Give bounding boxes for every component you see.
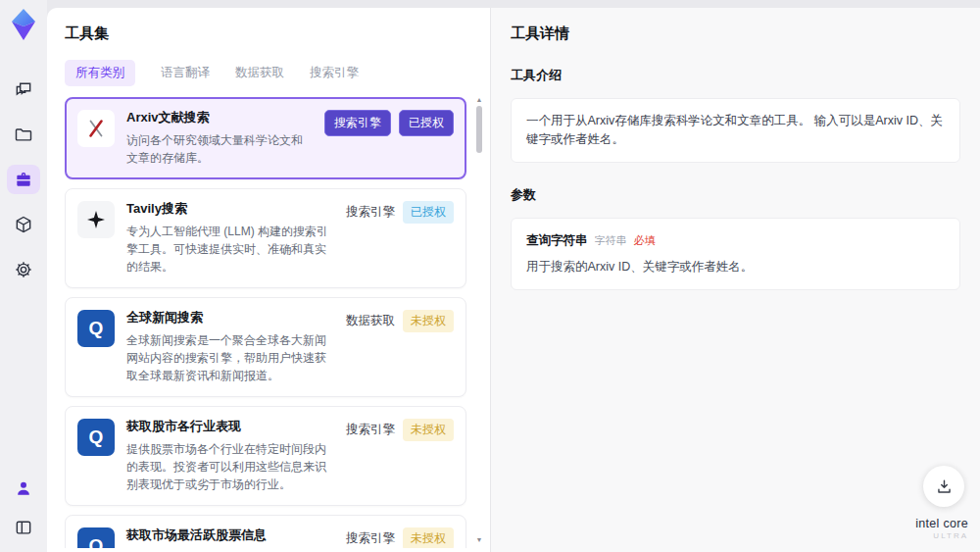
tool-description: 提供股票市场各个行业在特定时间段内的表现。投资者可以利用这些信息来识别表现优于或…	[126, 440, 330, 493]
status-badge: 未授权	[403, 527, 454, 548]
intel-core-logo: intel core ultra	[915, 517, 968, 540]
arxiv-logo-icon	[77, 110, 115, 147]
tool-title: Tavily搜索	[126, 201, 330, 218]
stock-logo-glyph: Q	[89, 427, 104, 446]
scroll-down-icon[interactable]: ▼	[475, 536, 483, 544]
intro-heading: 工具介绍	[511, 67, 960, 84]
sidebar-item-tools[interactable]	[7, 165, 40, 194]
sidebar-item-models[interactable]	[7, 210, 40, 239]
tool-description: 专为人工智能代理 (LLM) 构建的搜索引擎工具。可快速提供实时、准确和真实的结…	[126, 223, 330, 276]
stock-logo-icon: Q	[77, 527, 115, 548]
tool-card-most-active-stocks[interactable]: Q 获取市场最活跃股票信息 提供当天交易量最高的股票列表。投资者可以利用这些信息…	[65, 515, 466, 548]
category-tag: 搜索引擎	[346, 422, 395, 438]
scrollbar-thumb[interactable]	[476, 106, 482, 153]
param-name: 查询字符串	[526, 231, 588, 250]
tab-data-acquisition[interactable]: 数据获取	[235, 65, 284, 81]
download-button[interactable]	[923, 466, 964, 507]
status-badge: 已授权	[403, 201, 454, 224]
param-box: 查询字符串 字符串 必填 用于搜索的Arxiv ID、关键字或作者姓名。	[511, 218, 960, 291]
download-icon	[935, 477, 954, 496]
params-heading: 参数	[511, 186, 960, 204]
tool-card-global-news[interactable]: Q 全球新闻搜索 全球新闻搜索是一个聚合全球各大新闻网站内容的搜索引擎，帮助用户…	[65, 297, 466, 397]
scroll-up-icon[interactable]: ▲	[475, 96, 483, 104]
param-description: 用于搜索的Arxiv ID、关键字或作者姓名。	[526, 258, 945, 276]
tool-title: 全球新闻搜索	[126, 310, 330, 326]
detail-title: 工具详情	[511, 25, 960, 43]
category-tag: 搜索引擎	[346, 530, 395, 547]
tool-card-arxiv[interactable]: Arxiv文献搜索 访问各个研究领域大量科学论文和文章的存储库。 搜索引擎 已授…	[65, 97, 466, 179]
news-logo-glyph: Q	[89, 319, 104, 337]
tavily-logo-icon	[77, 201, 115, 238]
category-tag[interactable]: 搜索引擎	[324, 110, 391, 136]
tab-all-categories[interactable]: 所有类别	[65, 60, 135, 86]
tool-title: 获取股市各行业表现	[126, 419, 330, 435]
status-badge: 未授权	[403, 310, 454, 332]
param-type: 字符串	[595, 232, 627, 249]
sidebar-item-collapse[interactable]	[7, 513, 40, 542]
cube-icon	[14, 215, 33, 234]
category-tabs: 所有类别 语言翻译 数据获取 搜索引擎	[65, 60, 490, 85]
tool-title: Arxiv文献搜索	[126, 110, 309, 126]
stock-logo-glyph: Q	[89, 536, 104, 548]
category-tag: 搜索引擎	[346, 204, 395, 221]
stock-logo-icon: Q	[77, 419, 115, 456]
tool-title: 获取市场最活跃股票信息	[126, 527, 330, 544]
tab-language-translation[interactable]: 语言翻译	[161, 65, 210, 81]
page-title: 工具集	[65, 25, 490, 43]
sidebar-item-settings[interactable]	[7, 255, 40, 284]
tool-list-panel: 工具集 所有类别 语言翻译 数据获取 搜索引擎 Arxiv文献搜索 访问各个研究…	[47, 8, 490, 552]
tool-description: 访问各个研究领域大量科学论文和文章的存储库。	[126, 131, 309, 167]
tab-search-engine[interactable]: 搜索引擎	[310, 65, 359, 81]
list-scrollbar[interactable]: ▲ ▼	[475, 96, 483, 544]
intel-core-text: intel core	[915, 517, 968, 530]
intel-ultra-text: ultra	[915, 531, 968, 540]
tool-card-list: Arxiv文献搜索 访问各个研究领域大量科学论文和文章的存储库。 搜索引擎 已授…	[65, 97, 490, 548]
folder-icon	[14, 125, 33, 144]
chat-icon	[14, 79, 33, 99]
tool-description: 全球新闻搜索是一个聚合全球各大新闻网站内容的搜索引擎，帮助用户快速获取全球最新资…	[126, 331, 330, 384]
param-required-badge: 必填	[634, 232, 656, 249]
news-logo-icon: Q	[77, 310, 115, 347]
status-badge[interactable]: 已授权	[399, 110, 454, 136]
sidebar-item-files[interactable]	[7, 120, 40, 149]
content-shell: 工具集 所有类别 语言翻译 数据获取 搜索引擎 Arxiv文献搜索 访问各个研究…	[47, 8, 980, 552]
user-icon	[14, 478, 33, 498]
sidebar-item-chat[interactable]	[7, 75, 40, 104]
panel-layout-icon	[14, 518, 33, 537]
tool-detail-panel: 工具详情 工具介绍 一个用于从Arxiv存储库搜索科学论文和文章的工具。 输入可…	[490, 8, 980, 552]
app-logo-icon	[9, 8, 38, 41]
category-tag: 数据获取	[346, 313, 395, 329]
sidebar-item-account[interactable]	[7, 474, 40, 503]
tool-card-tavily[interactable]: Tavily搜索 专为人工智能代理 (LLM) 构建的搜索引擎工具。可快速提供实…	[65, 188, 466, 288]
tool-card-sector-performance[interactable]: Q 获取股市各行业表现 提供股票市场各个行业在特定时间段内的表现。投资者可以利用…	[65, 406, 466, 506]
tool-intro-box: 一个用于从Arxiv存储库搜索科学论文和文章的工具。 输入可以是Arxiv ID…	[511, 98, 960, 163]
status-badge: 未授权	[403, 419, 454, 441]
gear-icon	[14, 260, 33, 279]
app-sidebar	[0, 0, 47, 552]
toolbox-icon	[14, 170, 33, 189]
